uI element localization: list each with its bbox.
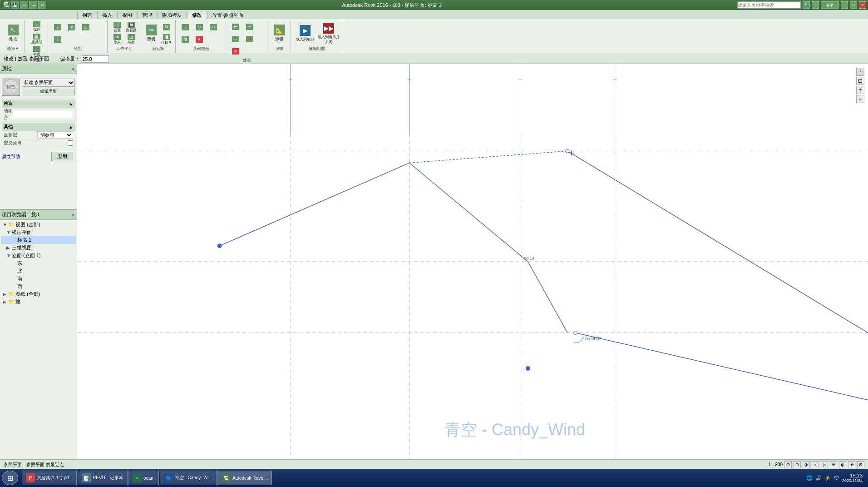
login-btn[interactable]: 登录 bbox=[821, 1, 839, 9]
modify-offset-btn[interactable]: ↔ bbox=[229, 33, 242, 45]
workplane-set-btn[interactable]: ⊞ 设置 bbox=[110, 21, 124, 33]
tree-family[interactable]: ▶ 📁 族 bbox=[1, 298, 76, 306]
help-btn[interactable]: ? bbox=[812, 1, 819, 9]
tree-sheets[interactable]: ▶ 📁 图纸 (全部) bbox=[1, 290, 76, 298]
tree-elevations[interactable]: ▼ 立面 (立面 1) bbox=[1, 252, 76, 259]
restore-btn[interactable]: □ bbox=[850, 1, 857, 9]
zoom-controls: 上 前 右 ⊡ + − bbox=[856, 68, 864, 103]
project-browser-close[interactable]: × bbox=[72, 212, 75, 218]
app-icon[interactable]: 🏗 bbox=[2, 1, 10, 9]
tree-north[interactable]: 北 bbox=[1, 267, 76, 275]
tab-addons[interactable]: 附加模块 bbox=[157, 11, 187, 19]
draw-rect-btn[interactable]: □ bbox=[79, 21, 93, 33]
type-props-btn[interactable]: ▦ 族类型 bbox=[30, 33, 44, 45]
minimize-btn[interactable]: − bbox=[841, 1, 848, 9]
search-btn[interactable]: 🔍 bbox=[803, 1, 810, 9]
properties-btn[interactable]: ≡ 属性 bbox=[30, 21, 44, 33]
zoom-full-btn[interactable]: ⊡ bbox=[856, 77, 864, 85]
status-zoom-btn3[interactable]: ◎ bbox=[803, 461, 810, 468]
tree-3d-views[interactable]: ▶ 三维视图 bbox=[1, 244, 76, 252]
view-cube-btn[interactable]: 上 前 右 bbox=[856, 68, 864, 76]
draw-circle-btn[interactable]: ○ bbox=[51, 34, 64, 45]
drawing-canvas[interactable] bbox=[77, 64, 868, 459]
workplane-group-label: 工作平面 bbox=[116, 46, 133, 52]
tree-south[interactable]: 南 bbox=[1, 275, 76, 283]
geo-mirror-btn[interactable]: ⇔ bbox=[207, 21, 220, 33]
offset-icon: ↔ bbox=[232, 36, 239, 42]
modify-pin-btn[interactable]: 📌 bbox=[243, 33, 256, 45]
modify-unpin-btn[interactable]: ✕ bbox=[229, 45, 242, 57]
select-btn[interactable]: ↖ 修改 bbox=[5, 21, 21, 46]
draw-line-btn[interactable]: / bbox=[51, 21, 64, 33]
status-zoom-btn1[interactable]: ⊞ bbox=[784, 461, 792, 468]
tree-east[interactable]: 东 bbox=[1, 259, 76, 267]
tree-floor-plans[interactable]: ▼ 楼层平面 bbox=[1, 229, 76, 236]
tree-level1[interactable]: 标高 1 bbox=[1, 236, 76, 244]
offset-input[interactable] bbox=[82, 55, 109, 63]
section-other[interactable]: 其他 ▲ bbox=[2, 123, 75, 131]
geo-del-btn[interactable]: ✕ bbox=[192, 34, 206, 45]
zoom-in-btn[interactable]: + bbox=[856, 86, 864, 94]
geo-rotate-btn[interactable]: ↻ bbox=[192, 21, 206, 33]
status-shadow-btn[interactable]: ◐ bbox=[839, 461, 846, 468]
taskbar-pdf[interactable]: P 真题集(1-14).pd... bbox=[22, 471, 77, 485]
start-btn[interactable]: ⊞ bbox=[2, 471, 18, 485]
status-sun-btn[interactable]: ☀ bbox=[830, 461, 837, 468]
paste-btn[interactable]: 📋 连接▼ bbox=[160, 34, 173, 45]
ribbon: 创建 插入 视图 管理 附加模块 修改 放置 参照平面 ↖ 修改 选择▼ ≡ bbox=[0, 10, 868, 54]
geo-scale-btn[interactable]: ⊞ bbox=[178, 34, 192, 45]
apply-btn[interactable]: 应用 bbox=[51, 152, 73, 161]
tab-place-refplane[interactable]: 放置 参照平面 bbox=[207, 11, 248, 19]
define-origin-check[interactable] bbox=[68, 140, 73, 146]
modify-trim-btn[interactable]: ⊢ bbox=[229, 21, 242, 33]
save-btn[interactable]: 💾 bbox=[11, 1, 19, 9]
canvas-area[interactable]: 青空 - Candy_Wind 上 前 右 ⊡ + − bbox=[77, 64, 868, 459]
system-clock[interactable]: 15:13 2020/11/24 bbox=[842, 473, 864, 483]
workplane-viewer-btn[interactable]: 🔲 查看器 bbox=[124, 21, 138, 33]
status-nav-btn1[interactable]: ◁ bbox=[812, 461, 819, 468]
tab-view[interactable]: 视图 bbox=[117, 11, 137, 19]
type-select[interactable]: 新建 参照平面 bbox=[22, 79, 75, 87]
geo-move-btn[interactable]: ✛ bbox=[178, 21, 192, 33]
ribbon-content: ↖ 修改 选择▼ ≡ 属性 ▦ 族类型 bbox=[0, 19, 868, 54]
status-view-btn[interactable]: 👁 bbox=[848, 461, 855, 468]
redo-btn[interactable]: ↪ bbox=[29, 1, 37, 9]
taskbar-revit[interactable]: 🏗 Autodesk Revit ... bbox=[217, 471, 272, 485]
tab-modify[interactable]: 修改 bbox=[187, 11, 207, 19]
tab-manage[interactable]: 管理 bbox=[137, 11, 157, 19]
close-btn[interactable]: × bbox=[859, 1, 866, 9]
properties-help[interactable]: 属性帮助 bbox=[2, 154, 20, 160]
load-to-project-btn[interactable]: ▶ 载入到项目 bbox=[294, 21, 316, 46]
tree-west[interactable]: 西 bbox=[1, 283, 76, 290]
properties-close-btn[interactable]: × bbox=[72, 66, 75, 72]
tab-insert[interactable]: 插入 bbox=[97, 11, 117, 19]
load-to-project-close-btn[interactable]: ▶▶ 载入到项目并关闭 bbox=[317, 21, 340, 46]
is-ref-select[interactable]: 弱参照 bbox=[37, 131, 74, 139]
tray-battery[interactable]: ⚡ bbox=[824, 474, 831, 482]
section-construct[interactable]: 构造 ▲ bbox=[2, 99, 75, 108]
workplane-plane-btn[interactable]: ⊡ 平面 bbox=[124, 34, 138, 45]
tray-volume[interactable]: 🔊 bbox=[815, 474, 822, 482]
draw-pick-btn[interactable]: ↗ bbox=[65, 21, 79, 33]
undo-btn[interactable]: ↩ bbox=[20, 1, 28, 9]
copy-btn[interactable]: ⧉ bbox=[160, 21, 173, 33]
cut-btn[interactable]: ✂ 剪切 bbox=[143, 21, 159, 46]
status-nav-btn2[interactable]: ▷ bbox=[821, 461, 828, 468]
print-btn[interactable]: 🖨 bbox=[38, 1, 46, 9]
zoom-out-btn[interactable]: − bbox=[856, 95, 864, 103]
edit-type-btn[interactable]: 编辑类型 bbox=[22, 88, 75, 95]
tab-create[interactable]: 创建 bbox=[77, 11, 97, 19]
measure-btn[interactable]: 📐 测量 bbox=[271, 21, 288, 46]
workplane-show-btn[interactable]: 👁 显示 bbox=[110, 34, 124, 45]
taskbar-candy[interactable]: 🔵 青空 - Candy_Wi... bbox=[160, 471, 217, 485]
tree-views[interactable]: ▼ 📁 视图 (全部) bbox=[1, 221, 76, 229]
search-input[interactable] bbox=[737, 1, 801, 9]
taskbar-ocam[interactable]: ○ ocam bbox=[128, 471, 158, 485]
wall-closure-input[interactable] bbox=[13, 111, 73, 118]
taskbar-notepad[interactable]: 📝 REVIT - 记事本 bbox=[78, 471, 128, 485]
modify-split-btn[interactable]: ⊣ bbox=[243, 21, 256, 33]
status-zoom-btn2[interactable]: ⊡ bbox=[794, 461, 801, 468]
tray-security[interactable]: 🛡 bbox=[833, 474, 840, 482]
tray-network[interactable]: 🌐 bbox=[806, 474, 813, 482]
status-detail-btn[interactable]: ⊠ bbox=[857, 461, 864, 468]
